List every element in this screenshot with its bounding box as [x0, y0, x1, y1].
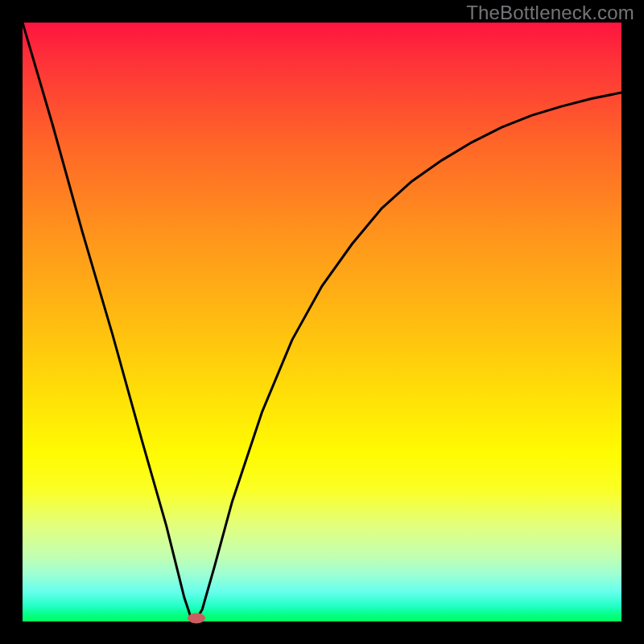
curve-svg [23, 23, 621, 621]
chart-frame: TheBottleneck.com [0, 0, 644, 644]
watermark-text: TheBottleneck.com [466, 2, 634, 24]
optimal-point-marker [188, 613, 205, 623]
bottleneck-curve-path [23, 23, 621, 621]
plot-area [23, 23, 621, 621]
